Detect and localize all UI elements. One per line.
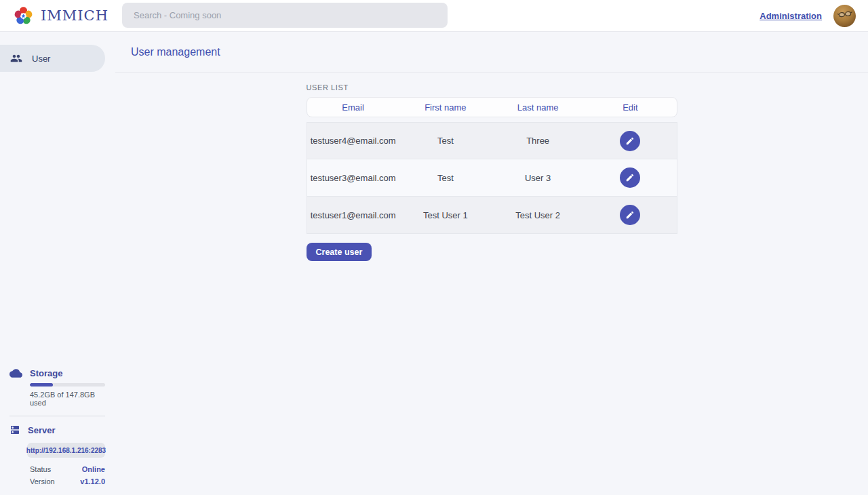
- user-list-label: USER LIST: [307, 83, 677, 92]
- user-email-cell: testuser1@email.com: [307, 210, 399, 220]
- storage-progress-fill: [30, 383, 53, 387]
- pencil-icon: [625, 136, 635, 146]
- user-table-body: testuser4@email.com Test Three testuser3…: [307, 122, 677, 234]
- create-user-button[interactable]: Create user: [307, 243, 372, 261]
- table-row: testuser4@email.com Test Three: [307, 122, 677, 159]
- server-url-chip: http://192.168.1.216:2283: [27, 443, 105, 458]
- sidebar-item-user-label: User: [32, 54, 50, 64]
- user-email-cell: testuser4@email.com: [307, 136, 399, 146]
- sidebar-footer: Storage 45.2GB of 147.8GB used Server ht…: [0, 368, 115, 495]
- administration-link[interactable]: Administration: [760, 11, 822, 21]
- sidebar-divider: [9, 416, 105, 416]
- user-management-section: USER LIST Email First name Last name Edi…: [307, 83, 677, 261]
- main-header: User management: [115, 32, 868, 73]
- storage-progress-bar: [30, 383, 105, 387]
- server-status-label: Status: [30, 465, 51, 473]
- user-last-name-cell: Test User 2: [492, 210, 584, 220]
- sidebar: User Storage 45.2GB of 147.8GB used: [0, 32, 115, 495]
- app-logo: IMMICH: [12, 5, 108, 27]
- user-avatar[interactable]: [833, 5, 856, 27]
- sidebar-item-user[interactable]: User: [0, 45, 105, 72]
- column-header-email: Email: [307, 102, 399, 113]
- user-first-name-cell: Test: [399, 173, 492, 183]
- table-row: testuser3@email.com Test User 3: [307, 159, 677, 197]
- search-bar[interactable]: [122, 3, 448, 28]
- server-status-row: Status Online: [30, 465, 105, 473]
- table-row: testuser1@email.com Test User 1 Test Use…: [307, 197, 677, 234]
- server-section-title: Server: [28, 425, 55, 435]
- column-header-edit: Edit: [584, 102, 676, 113]
- pencil-icon: [625, 210, 635, 220]
- user-last-name-cell: Three: [492, 136, 584, 146]
- main-panel: User management USER LIST Email First na…: [115, 32, 868, 495]
- storage-usage-text: 45.2GB of 147.8GB used: [30, 391, 105, 407]
- user-first-name-cell: Test User 1: [399, 210, 492, 220]
- storage-section-title: Storage: [30, 368, 62, 378]
- glasses-photo-graphic: [836, 7, 854, 24]
- page-title: User management: [131, 46, 220, 58]
- user-table-header: Email First name Last name Edit: [307, 97, 677, 117]
- immich-flower-icon: [12, 5, 35, 27]
- column-header-first-name: First name: [399, 102, 492, 113]
- column-header-last-name: Last name: [492, 102, 584, 113]
- user-first-name-cell: Test: [399, 136, 492, 146]
- server-version-row: Version v1.12.0: [30, 477, 105, 486]
- pencil-icon: [625, 173, 635, 182]
- edit-user-button[interactable]: [620, 167, 640, 188]
- search-input[interactable]: [134, 10, 436, 20]
- server-version-value: v1.12.0: [80, 477, 105, 486]
- app-header: IMMICH Administration: [0, 0, 868, 32]
- user-last-name-cell: User 3: [492, 173, 584, 183]
- cloud-icon: [9, 368, 22, 378]
- group-icon: [10, 52, 22, 64]
- server-icon: [9, 424, 20, 435]
- server-version-label: Version: [30, 477, 55, 486]
- edit-user-button[interactable]: [620, 131, 640, 151]
- server-status-value: Online: [82, 465, 105, 473]
- app-title: IMMICH: [41, 7, 108, 24]
- user-email-cell: testuser3@email.com: [307, 173, 399, 183]
- edit-user-button[interactable]: [620, 205, 640, 225]
